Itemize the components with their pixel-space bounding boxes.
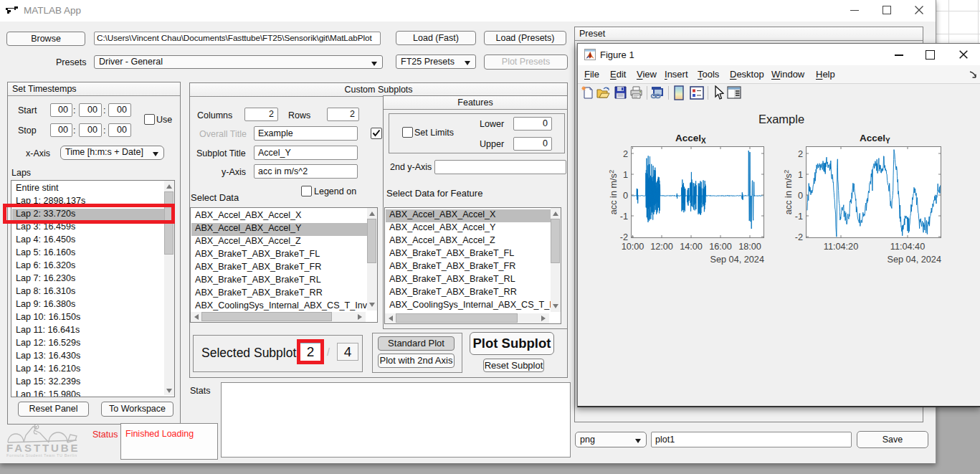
svg-text:0: 0 xyxy=(798,191,803,201)
svg-text:-2: -2 xyxy=(795,232,803,242)
svg-text:11:04:40: 11:04:40 xyxy=(890,242,925,252)
svg-text:2: 2 xyxy=(623,149,628,159)
svg-text:18:00: 18:00 xyxy=(738,242,761,252)
svg-text:10:00: 10:00 xyxy=(622,242,644,252)
svg-text:12:00: 12:00 xyxy=(650,242,673,252)
svg-text:0: 0 xyxy=(623,191,628,201)
svg-text:-2: -2 xyxy=(620,232,628,242)
svg-text:11:04:20: 11:04:20 xyxy=(824,242,858,252)
svg-text:Formula Student Team TU Berlin: Formula Student Team TU Berlin xyxy=(6,453,77,458)
svg-text:1: 1 xyxy=(623,170,628,180)
svg-text:FASTTUBE: FASTTUBE xyxy=(6,442,78,454)
svg-text:2: 2 xyxy=(798,149,803,159)
svg-text:16:00: 16:00 xyxy=(709,242,732,252)
svg-text:-1: -1 xyxy=(795,212,803,222)
svg-text:1: 1 xyxy=(798,170,803,180)
svg-text:acc in m/s2: acc in m/s2 xyxy=(607,170,619,214)
svg-text:Sep 04, 2024: Sep 04, 2024 xyxy=(888,255,942,265)
svg-text:-1: -1 xyxy=(620,212,628,222)
svg-text:acc in m/s2: acc in m/s2 xyxy=(782,170,794,214)
svg-text:Sep 04, 2024: Sep 04, 2024 xyxy=(710,255,765,265)
svg-text:Example: Example xyxy=(758,113,804,125)
svg-text:14:00: 14:00 xyxy=(680,242,703,252)
